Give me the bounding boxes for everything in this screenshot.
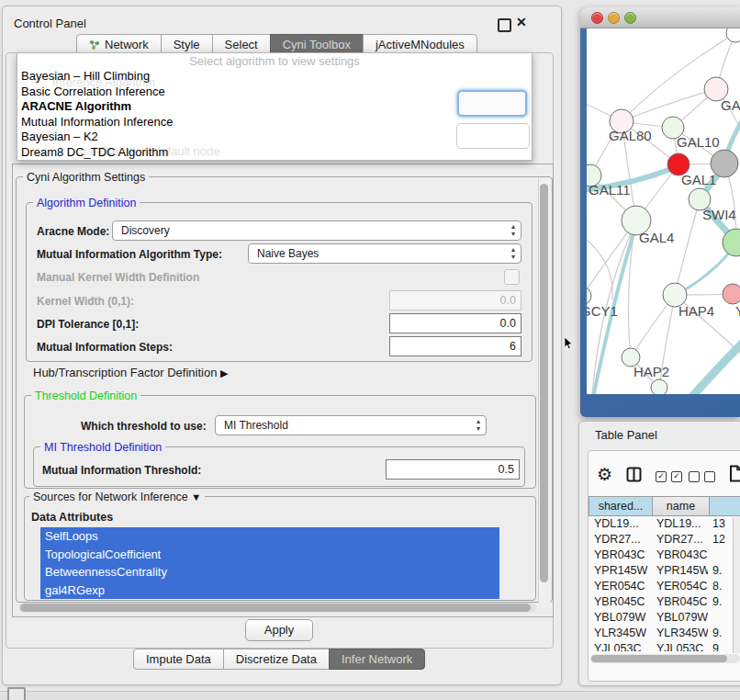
table-cell: YLR345W — [652, 626, 708, 641]
spinner-icon: ▴▾ — [511, 246, 515, 261]
mouse-cursor — [564, 337, 573, 354]
dpi-tolerance-label: DPI Tolerance [0,1]: — [37, 318, 139, 331]
table-panel-title: Table Panel — [595, 428, 657, 442]
network-combobox-edge — [456, 123, 530, 149]
attribute-item-selected[interactable]: SelfLoops — [40, 527, 499, 546]
algorithm-dropdown-popup: Select algorithm to view settings Bayesi… — [17, 52, 533, 161]
aracne-mode-combobox[interactable]: Discovery ▴▾ — [112, 220, 521, 241]
select-all-checkboxes-icon[interactable]: ✓✓ — [656, 471, 682, 482]
kernel-width-field[interactable]: 0.0 — [389, 290, 521, 310]
algorithm-option[interactable]: Mutual Information Inference — [17, 115, 532, 130]
network-node-label: GAL80 — [609, 128, 652, 143]
network-node[interactable] — [726, 28, 740, 42]
gear-icon[interactable]: ⚙ — [597, 464, 612, 485]
close-window-icon[interactable] — [591, 12, 603, 24]
table-cell: YLR345W — [589, 626, 652, 641]
settings-vertical-scrollbar[interactable] — [538, 178, 550, 603]
table-row[interactable]: YBR045CYBR045C9. — [589, 594, 740, 610]
attribute-item-selected[interactable]: gal4RGexp — [40, 581, 499, 600]
table-row[interactable]: YDL19...YDL19...13 — [589, 516, 740, 532]
tab-discretize-data[interactable]: Discretize Data — [223, 649, 330, 670]
mi-steps-field[interactable]: 6 — [389, 336, 521, 356]
mi-threshold-field[interactable]: 0.5 — [386, 459, 520, 480]
table-cell: YER054C — [589, 579, 652, 594]
collapse-down-icon[interactable]: ▼ — [191, 491, 201, 502]
network-node-label: GCY1 — [587, 303, 618, 319]
bottom-tabbar: Impute Data Discretize Data Infer Networ… — [134, 649, 425, 670]
scrollbar-thumb[interactable] — [540, 184, 548, 582]
table-cell: YBR045C — [652, 594, 708, 610]
table-cell: YPR145W — [652, 563, 708, 579]
table-horizontal-scrollbar[interactable] — [590, 654, 740, 663]
data-attributes-list: SelfLoops TopologicalCoefficient Between… — [40, 527, 499, 599]
network-node-label: GAL10 — [677, 134, 720, 150]
table-row[interactable]: YPR145WYPR145W9. — [589, 563, 740, 579]
network-node[interactable] — [711, 150, 738, 177]
network-node[interactable] — [651, 379, 667, 394]
algorithm-combobox-focused[interactable] — [457, 90, 527, 117]
ghost-text: gal-filtered.sif default node — [80, 144, 219, 158]
network-canvas[interactable]: GALGAL80GAL10GAL1GAL11SWI4GAL4GCY1HAP4YH… — [587, 28, 740, 394]
algorithm-option-selected[interactable]: ARACNE Algorithm — [17, 99, 532, 115]
minimize-window-icon[interactable] — [608, 12, 620, 24]
table-cell: YPR145W — [589, 563, 652, 579]
table-cell: YER054C — [652, 579, 708, 594]
attribute-item-selected[interactable]: TopologicalCoefficient — [40, 546, 499, 564]
mi-steps-label: Mutual Information Steps: — [37, 341, 173, 354]
network-edge — [587, 240, 612, 299]
manual-kernel-checkbox[interactable] — [504, 269, 520, 285]
split-columns-icon[interactable] — [626, 467, 642, 486]
which-threshold-combobox[interactable]: MI Threshold ▴▾ — [215, 415, 487, 435]
deselect-all-checkboxes-icon[interactable] — [689, 471, 715, 482]
network-edge-highlighted — [673, 339, 740, 394]
expand-right-icon[interactable]: ▶ — [220, 367, 228, 378]
mi-type-combobox[interactable]: Naive Bayes ▴▾ — [248, 243, 521, 264]
collapsed-panel-icon[interactable] — [7, 687, 26, 700]
network-node-label: HAP2 — [633, 364, 669, 379]
table-row[interactable]: YLR345WYLR345W9. — [589, 626, 740, 641]
table-row[interactable]: YDR27...YDR27...12 — [589, 532, 740, 548]
network-view-window: GALGAL80GAL10GAL1GAL11SWI4GAL4GCY1HAP4YH… — [580, 7, 740, 417]
network-node-label: HAP4 — [678, 303, 714, 319]
hub-section-label[interactable]: Hub/Transcription Factor Definition ▶ — [33, 366, 228, 379]
table-cell: YDR27... — [652, 532, 708, 548]
column-header-sharedname[interactable]: shared... — [589, 496, 653, 516]
tab-infer-network[interactable]: Infer Network — [329, 649, 425, 670]
table-row[interactable]: YBL079WYBL079W — [589, 610, 740, 626]
table-row[interactable]: YJL053CYJL053C9 — [589, 641, 740, 651]
dpi-tolerance-field[interactable]: 0.0 — [389, 313, 521, 333]
aracne-mode-label: Aracne Mode: — [37, 225, 109, 238]
table-vertical-scrollbar[interactable] — [733, 517, 740, 653]
zoom-window-icon[interactable] — [624, 12, 636, 24]
network-node-label: Y — [735, 303, 740, 319]
float-panel-icon[interactable] — [498, 18, 511, 32]
algorithm-option[interactable]: Bayesian – K2 — [17, 130, 532, 145]
attribute-item-selected[interactable]: BetweennessCentrality — [40, 563, 499, 581]
tab-impute-data[interactable]: Impute Data — [133, 649, 224, 670]
network-node[interactable] — [587, 287, 591, 305]
data-attributes-label: Data Attributes — [31, 511, 113, 524]
settings-horizontal-scrollbar[interactable] — [18, 603, 536, 613]
column-header-cut[interactable] — [709, 496, 740, 516]
column-header-name[interactable]: name — [652, 496, 710, 516]
network-edge — [675, 199, 700, 295]
threshold-definition-legend: Threshold Definition — [31, 390, 140, 402]
table-row[interactable]: YER054CYER054C8. — [589, 579, 740, 594]
sources-legend[interactable]: Sources for Network Inference ▼ — [29, 491, 205, 503]
table-row[interactable]: YBR043CYBR043C — [589, 548, 740, 563]
table-body: YDL19...YDL19...13YDR27...YDR27...12YBR0… — [589, 516, 740, 651]
table-cell: YBR043C — [652, 548, 708, 563]
network-node-label: GAL4 — [639, 230, 674, 245]
manual-kernel-label: Manual Kernel Width Definition — [37, 271, 199, 284]
table-cell: YDL19... — [652, 516, 708, 532]
cyni-algorithm-settings-legend: Cyni Algorithm Settings — [23, 171, 149, 184]
scrollbar-thumb[interactable] — [591, 655, 727, 662]
mi-threshold-label: Mutual Information Threshold: — [42, 464, 201, 477]
document-icon[interactable] — [729, 465, 740, 486]
close-panel-icon[interactable]: ✕ — [516, 15, 527, 29]
scrollbar-thumb[interactable] — [20, 604, 531, 612]
network-window-titlebar[interactable] — [580, 7, 740, 28]
network-node[interactable] — [723, 284, 740, 304]
ghost-text: Inference Algorithm — [52, 75, 155, 89]
apply-button[interactable]: Apply — [245, 619, 313, 641]
